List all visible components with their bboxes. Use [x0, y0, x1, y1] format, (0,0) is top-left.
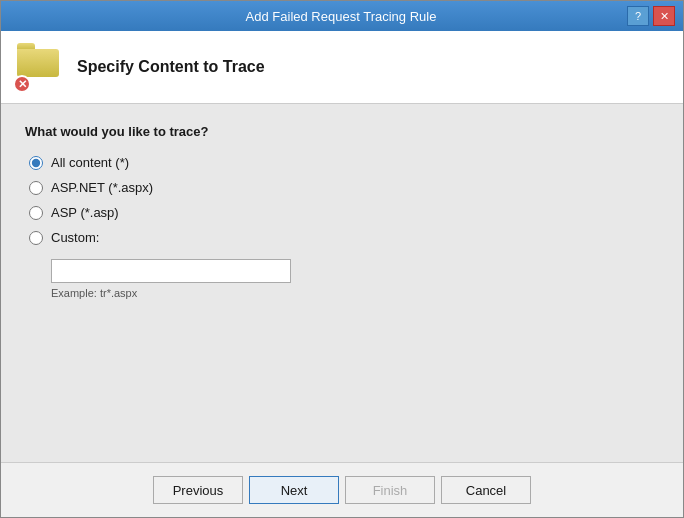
close-button[interactable]: ✕ [653, 6, 675, 26]
radio-group: All content (*) ASP.NET (*.aspx) ASP (*.… [29, 155, 659, 299]
radio-aspnet[interactable] [29, 181, 43, 195]
footer-section: Previous Next Finish Cancel [1, 462, 683, 517]
next-button[interactable]: Next [249, 476, 339, 504]
page-title: Specify Content to Trace [77, 58, 265, 76]
custom-example-text: Example: tr*.aspx [51, 287, 659, 299]
title-bar-buttons: ? ✕ [627, 6, 675, 26]
folder-body [17, 49, 59, 77]
dialog-window: Add Failed Request Tracing Rule ? ✕ ✕ Sp… [0, 0, 684, 518]
radio-custom[interactable] [29, 231, 43, 245]
trace-question: What would you like to trace? [25, 124, 659, 139]
radio-all-content-label: All content (*) [51, 155, 129, 170]
radio-asp[interactable] [29, 206, 43, 220]
custom-input-section: Example: tr*.aspx [51, 259, 659, 299]
previous-button[interactable]: Previous [153, 476, 243, 504]
folder-icon [17, 43, 59, 77]
header-section: ✕ Specify Content to Trace [1, 31, 683, 104]
help-button[interactable]: ? [627, 6, 649, 26]
radio-item-asp[interactable]: ASP (*.asp) [29, 205, 659, 220]
radio-item-all-content[interactable]: All content (*) [29, 155, 659, 170]
radio-all-content[interactable] [29, 156, 43, 170]
radio-item-custom[interactable]: Custom: [29, 230, 659, 245]
radio-custom-label: Custom: [51, 230, 99, 245]
radio-aspnet-label: ASP.NET (*.aspx) [51, 180, 153, 195]
content-section: What would you like to trace? All conten… [1, 104, 683, 462]
cancel-button[interactable]: Cancel [441, 476, 531, 504]
error-badge-icon: ✕ [13, 75, 31, 93]
finish-button[interactable]: Finish [345, 476, 435, 504]
radio-item-aspnet[interactable]: ASP.NET (*.aspx) [29, 180, 659, 195]
header-icon-container: ✕ [17, 43, 65, 91]
title-bar: Add Failed Request Tracing Rule ? ✕ [1, 1, 683, 31]
dialog-title: Add Failed Request Tracing Rule [55, 9, 627, 24]
custom-pattern-input[interactable] [51, 259, 291, 283]
radio-asp-label: ASP (*.asp) [51, 205, 119, 220]
